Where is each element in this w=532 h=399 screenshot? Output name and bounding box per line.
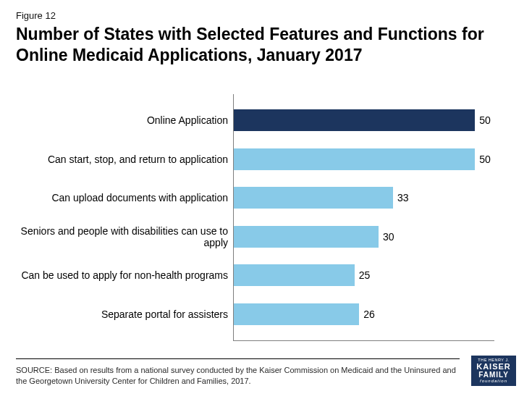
chart-plot: Online Application50Can start, stop, and… (233, 94, 494, 341)
bar (234, 303, 359, 325)
bar (234, 109, 475, 131)
bar-row: Separate portal for assisters26 (234, 301, 494, 327)
bar (234, 187, 393, 209)
bar-row: Can start, stop, and return to applicati… (234, 146, 494, 172)
bar-category-label: Separate portal for assisters (17, 301, 228, 327)
kff-logo: THE HENRY J. KAISER FAMILY foundation (471, 356, 516, 386)
source-note: SOURCE: Based on results from a national… (16, 358, 460, 386)
chart-area: Online Application50Can start, stop, and… (16, 94, 516, 341)
bar-category-label: Seniors and people with disabilities can… (17, 224, 228, 250)
bar (234, 148, 475, 170)
bar-value-label: 25 (355, 264, 371, 286)
bar-value-label: 30 (379, 226, 394, 248)
bar-row: Online Application50 (234, 107, 494, 133)
bar-row: Can be used to apply for non-health prog… (234, 262, 494, 288)
logo-line-2: KAISER (476, 362, 511, 371)
bar-value-label: 33 (393, 187, 409, 209)
bar (234, 264, 355, 286)
bar (234, 226, 379, 248)
bar-value-label: 50 (475, 148, 491, 170)
slide: Figure 12 Number of States with Selected… (0, 0, 532, 399)
bar-category-label: Online Application (17, 107, 228, 133)
logo-line-4: foundation (480, 379, 507, 384)
bar-row: Seniors and people with disabilities can… (234, 224, 494, 250)
bar-row: Can upload documents with application33 (234, 185, 494, 211)
chart-title: Number of States with Selected Features … (16, 24, 516, 66)
bar-category-label: Can start, stop, and return to applicati… (17, 146, 228, 172)
bar-value-label: 50 (475, 109, 491, 131)
bar-category-label: Can upload documents with application (17, 185, 228, 211)
figure-label: Figure 12 (16, 10, 516, 21)
bar-category-label: Can be used to apply for non-health prog… (17, 262, 228, 288)
logo-line-3: FAMILY (478, 371, 509, 379)
bar-value-label: 26 (359, 303, 375, 325)
